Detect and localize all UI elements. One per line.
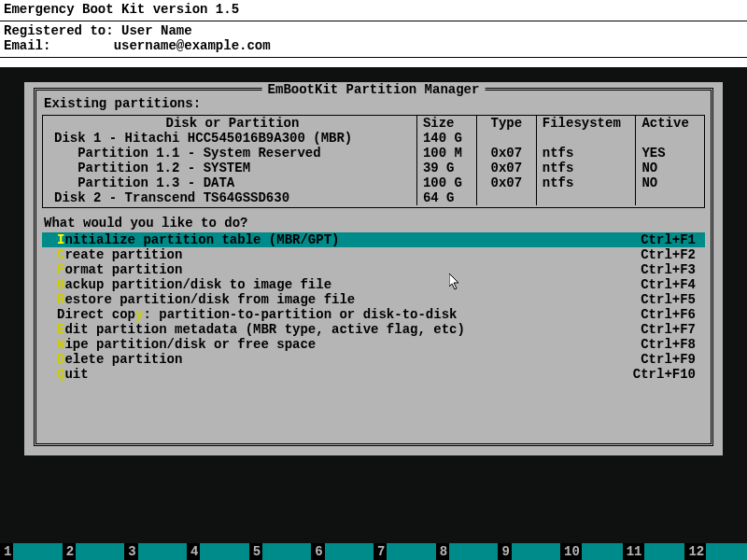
menu-shortcut: Ctrl+F10 bbox=[633, 367, 696, 382]
fn-label-area bbox=[512, 543, 560, 560]
fn-slot[interactable]: 12 bbox=[684, 543, 747, 560]
fn-number: 6 bbox=[311, 544, 324, 559]
fn-number: 4 bbox=[187, 544, 200, 559]
menu-item[interactable]: Format partitionCtrl+F3 bbox=[42, 262, 705, 277]
fn-number: 3 bbox=[124, 544, 137, 559]
table-cell bbox=[536, 190, 636, 205]
menu-item-label: Format partition bbox=[57, 262, 641, 277]
fn-label-area bbox=[262, 543, 311, 560]
menu-shortcut: Ctrl+F2 bbox=[641, 247, 696, 262]
col-filesystem: Filesystem bbox=[536, 116, 636, 131]
fn-number: 2 bbox=[63, 544, 76, 559]
fn-number: 10 bbox=[560, 544, 582, 559]
table-cell: 64 G bbox=[416, 190, 476, 205]
menu-hotkey: I bbox=[57, 232, 64, 247]
fn-label-area bbox=[387, 543, 435, 560]
fn-slot[interactable]: 7 bbox=[374, 543, 436, 560]
menu-shortcut: Ctrl+F1 bbox=[641, 232, 696, 247]
menu-shortcut: Ctrl+F3 bbox=[641, 262, 696, 277]
menu-item-label: Create partition bbox=[57, 247, 641, 262]
fn-number: 1 bbox=[0, 544, 13, 559]
fn-number: 11 bbox=[623, 544, 644, 559]
fn-slot[interactable]: 1 bbox=[0, 543, 63, 560]
menu-shortcut: Ctrl+F4 bbox=[641, 277, 696, 292]
table-cell: 39 G bbox=[416, 161, 476, 175]
menu-item-label: Direct copy: partition-to-partition or d… bbox=[57, 307, 641, 322]
table-cell bbox=[636, 131, 698, 146]
menu-hotkey: B bbox=[57, 277, 64, 292]
fn-slot[interactable]: 2 bbox=[63, 543, 125, 560]
fn-slot[interactable]: 5 bbox=[249, 543, 312, 560]
fn-label-area bbox=[644, 543, 685, 560]
registration-email: Email: username@example.com bbox=[4, 38, 743, 53]
table-cell: Disk 2 - Transcend TS64GSSD630 bbox=[49, 190, 416, 205]
col-disk: Disk or Partition bbox=[49, 116, 416, 131]
table-row[interactable]: Partition 1.2 - SYSTEM39 G0x07ntfsNO bbox=[49, 161, 698, 175]
fn-label-area bbox=[582, 543, 623, 560]
menu-shortcut: Ctrl+F7 bbox=[641, 322, 696, 337]
menu-hotkey: Q bbox=[57, 367, 64, 382]
menu-hotkey: E bbox=[57, 322, 64, 337]
table-row[interactable]: Partition 1.3 - DATA100 G0x07ntfsNO bbox=[49, 175, 698, 190]
table-cell: 0x07 bbox=[476, 175, 536, 190]
fn-slot[interactable]: 8 bbox=[436, 543, 499, 560]
app-title: Emergency Boot Kit version 1.5 bbox=[4, 2, 743, 17]
fn-label-area bbox=[706, 543, 747, 560]
menu-item[interactable]: Direct copy: partition-to-partition or d… bbox=[42, 307, 705, 322]
table-row[interactable]: Disk 2 - Transcend TS64GSSD63064 G bbox=[49, 190, 698, 205]
fn-slot[interactable]: 3 bbox=[124, 543, 187, 560]
fn-label-area bbox=[325, 543, 374, 560]
header-separator-2 bbox=[0, 57, 747, 58]
menu-shortcut: Ctrl+F8 bbox=[641, 337, 696, 352]
menu-item[interactable]: Create partitionCtrl+F2 bbox=[42, 247, 705, 262]
menu-hotkey: W bbox=[57, 337, 64, 352]
fn-label-area bbox=[13, 543, 62, 560]
menu-item[interactable]: Backup partition/disk to image fileCtrl+… bbox=[42, 277, 705, 292]
fn-slot[interactable]: 4 bbox=[187, 543, 249, 560]
fn-slot[interactable]: 11 bbox=[623, 543, 685, 560]
table-cell: 0x07 bbox=[476, 146, 536, 161]
table-cell: 100 G bbox=[416, 175, 476, 190]
fn-label-area bbox=[449, 543, 498, 560]
menu-item[interactable]: Delete partitionCtrl+F9 bbox=[42, 352, 705, 367]
menu-item[interactable]: Restore partition/disk from image fileCt… bbox=[42, 292, 705, 307]
fn-number: 5 bbox=[249, 544, 262, 559]
menu-item-label: Initialize partition table (MBR/GPT) bbox=[57, 232, 641, 247]
table-cell bbox=[536, 131, 636, 146]
menu-item[interactable]: Initialize partition table (MBR/GPT)Ctrl… bbox=[42, 232, 705, 247]
menu-item[interactable]: Edit partition metadata (MBR type, activ… bbox=[42, 322, 705, 337]
table-cell: Partition 1.1 - System Reserved bbox=[49, 146, 416, 161]
table-cell: Disk 1 - Hitachi HCC545016B9A300 (MBR) bbox=[49, 131, 416, 146]
col-size: Size bbox=[416, 116, 476, 131]
fn-slot[interactable]: 6 bbox=[311, 543, 374, 560]
action-menu: Initialize partition table (MBR/GPT)Ctrl… bbox=[42, 232, 705, 382]
menu-item-label: Delete partition bbox=[57, 352, 641, 367]
partition-table-box: Disk or Partition Size Type Filesystem A… bbox=[42, 115, 705, 208]
table-row[interactable]: Disk 1 - Hitachi HCC545016B9A300 (MBR)14… bbox=[49, 131, 698, 146]
table-cell: ntfs bbox=[536, 175, 636, 190]
table-cell: NO bbox=[636, 161, 698, 175]
table-header-row: Disk or Partition Size Type Filesystem A… bbox=[49, 116, 698, 131]
fn-label-area bbox=[138, 543, 187, 560]
table-cell: Partition 1.3 - DATA bbox=[49, 175, 416, 190]
menu-hotkey: F bbox=[57, 262, 64, 277]
fn-slot[interactable]: 9 bbox=[498, 543, 560, 560]
col-type: Type bbox=[476, 116, 536, 131]
menu-item-label: Restore partition/disk from image file bbox=[57, 292, 641, 307]
table-cell: ntfs bbox=[536, 161, 636, 175]
menu-item-label: Wipe partition/disk or free space bbox=[57, 337, 641, 352]
menu-item[interactable]: Wipe partition/disk or free spaceCtrl+F8 bbox=[42, 337, 705, 352]
menu-item[interactable]: QuitCtrl+F10 bbox=[42, 367, 705, 382]
terminal-area: EmBootKit Partition Manager Existing par… bbox=[0, 67, 747, 560]
app-header: Emergency Boot Kit version 1.5 bbox=[0, 0, 747, 19]
fn-number: 8 bbox=[436, 544, 449, 559]
fn-slot[interactable]: 10 bbox=[560, 543, 623, 560]
table-cell: 100 M bbox=[416, 146, 476, 161]
menu-item-label: Backup partition/disk to image file bbox=[57, 277, 641, 292]
partition-table-body: Disk 1 - Hitachi HCC545016B9A300 (MBR)14… bbox=[49, 131, 698, 205]
table-row[interactable]: Partition 1.1 - System Reserved100 M0x07… bbox=[49, 146, 698, 161]
col-active: Active bbox=[636, 116, 698, 131]
action-prompt: What would you like to do? bbox=[44, 216, 705, 231]
menu-hotkey: C bbox=[57, 247, 64, 262]
menu-hotkey: D bbox=[57, 352, 64, 367]
